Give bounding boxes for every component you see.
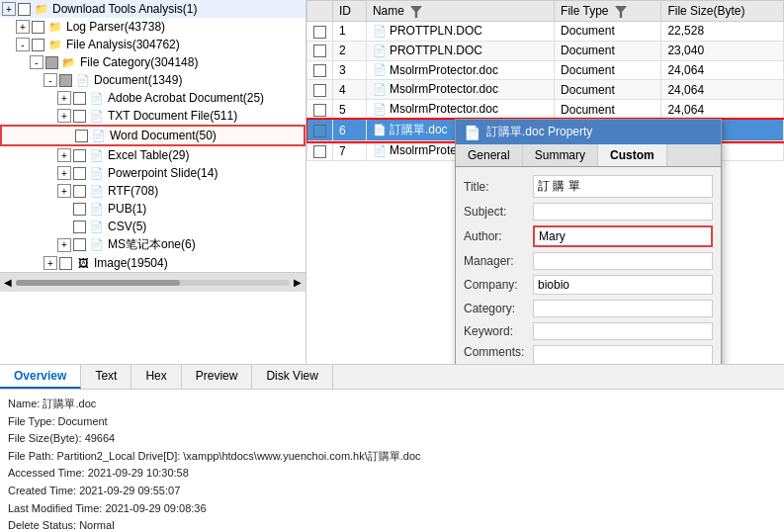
tree-checkbox-t14[interactable] [73, 238, 86, 251]
col-filesize[interactable]: File Size(Byte) [661, 1, 784, 22]
table-row[interactable]: 1📄PROTTPLN.DOCDocument22,528 [307, 22, 784, 42]
file-checkbox[interactable] [313, 125, 326, 137]
tree-icon-t15: 🖼 [75, 255, 91, 271]
tree-checkbox-t10[interactable] [73, 167, 86, 180]
prop-author-value[interactable]: Mary [533, 225, 713, 247]
file-checkbox[interactable] [313, 104, 326, 117]
tree-checkbox-t7[interactable] [73, 110, 86, 123]
file-checkbox[interactable] [313, 44, 326, 57]
tree-checkbox-t3[interactable] [32, 39, 44, 51]
tab-summary[interactable]: Summary [523, 144, 598, 166]
prop-subject-value[interactable] [533, 203, 713, 221]
file-id: 5 [333, 100, 367, 120]
col-filetype[interactable]: File Type [555, 1, 661, 22]
tree-checkbox-t12[interactable] [73, 203, 86, 216]
tree-checkbox-t6[interactable] [73, 92, 86, 105]
scroll-left-btn[interactable]: ◀ [4, 277, 12, 288]
tree-expand-t3[interactable]: - [16, 38, 30, 51]
tree-checkbox-t9[interactable] [73, 149, 86, 162]
bottom-content-line: File Type: Document [8, 413, 776, 431]
prop-title-value[interactable]: 訂 購 單 [533, 175, 713, 198]
prop-category-label: Category: [464, 302, 533, 315]
tree-item-t14[interactable]: +📄MS笔记本one(6) [0, 235, 305, 254]
tree-item-t15[interactable]: +🖼Image(19504) [0, 254, 305, 272]
file-checkbox[interactable] [313, 145, 326, 158]
tree-item-t12[interactable]: 📄PUB(1) [0, 200, 305, 218]
prop-row-title: Title: 訂 購 單 [464, 175, 713, 198]
tree-item-t13[interactable]: 📄CSV(5) [0, 218, 305, 235]
tree-label-t11: RTF(708) [108, 184, 158, 198]
prop-comments-value[interactable] [533, 345, 713, 364]
file-id: 4 [333, 80, 367, 100]
tree-item-t6[interactable]: +📄Adobe Acrobat Document(25) [0, 89, 305, 107]
tree-item-t3[interactable]: -📁File Analysis(304762) [0, 36, 305, 53]
tree-checkbox-t2[interactable] [32, 21, 44, 34]
file-id: 1 [333, 22, 367, 42]
property-title-icon: 📄 [464, 125, 480, 140]
tree-expand-t15[interactable]: + [44, 256, 57, 270]
tree-expand-t7[interactable]: + [57, 109, 71, 123]
tree-checkbox-t5[interactable] [59, 74, 72, 87]
file-checkbox[interactable] [313, 84, 326, 97]
tree-expand-t9[interactable]: + [57, 148, 71, 162]
prop-category-value[interactable] [533, 300, 713, 317]
tab-custom[interactable]: Custom [598, 144, 667, 166]
tree-item-t1[interactable]: +📁Download Tools Analysis(1) [0, 0, 305, 18]
tree-item-t2[interactable]: +📁Log Parser(43738) [0, 18, 305, 36]
tree-expand-t14[interactable]: + [57, 238, 71, 252]
tree-checkbox-t11[interactable] [73, 185, 86, 198]
prop-keyword-value[interactable] [533, 322, 713, 340]
tree-expand-t10[interactable]: + [57, 166, 71, 180]
bottom-tab-hex[interactable]: Hex [131, 365, 181, 389]
tree-checkbox-t4[interactable] [45, 56, 58, 69]
table-row[interactable]: 4📄MsolrmProtector.docDocument24,064 [307, 80, 784, 100]
prop-manager-value[interactable] [533, 252, 713, 270]
tree-expand-t5[interactable]: - [44, 73, 57, 87]
scroll-right-btn[interactable]: ▶ [294, 277, 302, 288]
tree-item-t5[interactable]: -📄Document(1349) [0, 71, 305, 89]
tree-expand-t1[interactable]: + [2, 2, 16, 16]
bottom-content-line: Delete Status: Normal [8, 517, 776, 532]
tree-label-t15: Image(19504) [94, 256, 168, 270]
tree-item-t10[interactable]: +📄Powerpoint Slide(14) [0, 164, 305, 182]
bottom-content: Name: 訂購單.docFile Type: DocumentFile Siz… [0, 390, 784, 532]
prop-row-subject: Subject: [464, 203, 713, 221]
tree-checkbox-t13[interactable] [73, 221, 86, 233]
prop-company-value[interactable]: biobio [533, 275, 713, 295]
bottom-tab-overview[interactable]: Overview [0, 365, 81, 389]
bottom-tab-disk-view[interactable]: Disk View [252, 365, 332, 389]
col-name[interactable]: Name [366, 1, 554, 22]
tree-label-t13: CSV(5) [108, 220, 146, 233]
table-row[interactable]: 5📄MsolrmProtector.docDocument24,064 [307, 100, 784, 120]
tree-item-t8[interactable]: 📄Word Document(50) [0, 125, 305, 146]
tree-item-t11[interactable]: +📄RTF(708) [0, 182, 305, 200]
file-checkbox[interactable] [313, 64, 326, 77]
table-row[interactable]: 2📄PROTTPLN.DOCDocument23,040 [307, 41, 784, 60]
tree-checkbox-t8[interactable] [75, 130, 88, 142]
table-row[interactable]: 3📄MsolrmProtector.docDocument24,064 [307, 60, 784, 80]
tree-expand-t2[interactable]: + [16, 20, 30, 34]
tree-checkbox-t1[interactable] [18, 3, 31, 16]
bottom-tab-preview[interactable]: Preview [182, 365, 253, 389]
tree-item-t9[interactable]: +📄Excel Table(29) [0, 146, 305, 164]
bottom-content-line: Name: 訂購單.doc [8, 396, 776, 413]
tree-item-t4[interactable]: -📂File Category(304148) [0, 53, 305, 71]
tree-label-t1: Download Tools Analysis(1) [52, 2, 198, 16]
file-type: Document [555, 80, 661, 100]
bottom-tab-text[interactable]: Text [81, 365, 131, 389]
file-size: 24,064 [661, 80, 784, 100]
tree-expand-t6[interactable]: + [57, 91, 71, 105]
tree-expand-t11[interactable]: + [57, 184, 71, 198]
property-title-text: 訂購單.doc Property [486, 124, 592, 140]
tree-icon-t11: 📄 [89, 183, 105, 199]
tree-item-t7[interactable]: +📄TXT Document File(511) [0, 107, 305, 125]
bottom-content-line: File Path: Partition2_Local Drive[D]: \x… [8, 448, 776, 466]
file-checkbox[interactable] [313, 26, 326, 39]
property-panel: 📄 訂購單.doc Property General Summary Custo… [455, 119, 722, 364]
col-id[interactable]: ID [333, 1, 367, 22]
file-size: 24,064 [661, 60, 784, 80]
tree-expand-t4[interactable]: - [30, 55, 44, 69]
tree-checkbox-t15[interactable] [59, 257, 72, 270]
tab-general[interactable]: General [456, 144, 523, 166]
file-name: 📄PROTTPLN.DOC [366, 22, 554, 42]
